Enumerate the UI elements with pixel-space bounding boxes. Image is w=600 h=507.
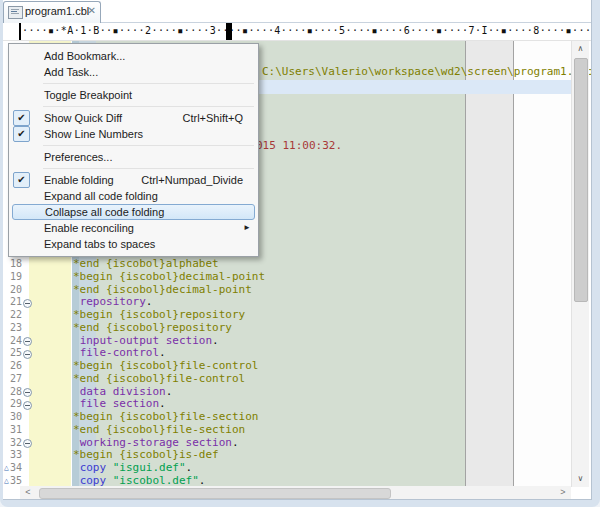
menu-item-label: Add Task...: [44, 66, 98, 78]
menu-item-label: Toggle Breakpoint: [44, 89, 132, 101]
menu-item-label: Preferences...: [44, 151, 112, 163]
line-number: 24: [3, 335, 22, 348]
menu-separator: [43, 145, 254, 146]
menu-item-expand-all-code-folding[interactable]: Expand all code folding: [10, 188, 257, 204]
menu-item-label: Show Quick Diff: [44, 112, 122, 124]
menu-item-collapse-all-code-folding[interactable]: Collapse all code folding: [12, 204, 255, 220]
line-number: 22: [3, 309, 22, 322]
line-number: 30: [3, 411, 22, 424]
menu-separator: [43, 83, 254, 84]
column-ruler: ····▪·*A·1·B··▪····2····▪····3····▪····4…: [3, 23, 591, 41]
menu-item-add-task[interactable]: Add Task...: [10, 64, 257, 80]
submenu-arrow-icon: ►: [243, 220, 251, 236]
fold-collapse-icon[interactable]: [23, 439, 32, 448]
editor-view-frame: program1.cbl ✕ ····▪·*A·1·B··▪····2····▪…: [0, 0, 600, 507]
line-number: 19: [3, 271, 22, 284]
menu-item-label: Expand tabs to spaces: [44, 238, 155, 250]
menu-item-add-bookmark[interactable]: Add Bookmark...: [10, 48, 257, 64]
line-number: 23: [3, 322, 22, 335]
line-number: 29: [3, 398, 22, 411]
vertical-scrollbar-thumb[interactable]: [574, 58, 588, 302]
fold-collapse-icon[interactable]: [23, 337, 32, 346]
comment-timestamp-text: 015 11:00:32.: [256, 139, 342, 152]
editor-part: program1.cbl ✕ ····▪·*A·1·B··▪····2····▪…: [3, 0, 592, 500]
ruler-scale: ····▪·*A·1·B··▪····2····▪····3····▪····4…: [22, 25, 591, 36]
menu-item-toggle-breakpoint[interactable]: Toggle Breakpoint: [10, 87, 257, 103]
line-number: 27: [3, 373, 22, 386]
line-number: 25: [3, 347, 22, 360]
fold-collapse-icon[interactable]: [23, 388, 32, 397]
menu-item-label: Show Line Numbers: [44, 128, 143, 140]
code-line-35: △35 copy "iscobol.def".: [3, 475, 571, 486]
menu-shortcut: Ctrl+Shift+Q: [182, 110, 243, 126]
line-number: 20: [3, 284, 22, 297]
fold-collapse-icon[interactable]: [23, 350, 32, 359]
horizontal-scrollbar[interactable]: < >: [20, 486, 571, 499]
line-number: 21: [3, 296, 22, 309]
menu-item-label: Add Bookmark...: [44, 50, 125, 62]
menu-item-show-line-numbers[interactable]: ✔Show Line Numbers: [10, 126, 257, 142]
line-number: 31: [3, 424, 22, 437]
ruler-left-edge: [19, 23, 21, 40]
menu-item-preferences[interactable]: Preferences...: [10, 149, 257, 165]
vertical-scrollbar[interactable]: ∧ ∨: [571, 41, 589, 487]
scroll-left-icon[interactable]: <: [22, 486, 34, 499]
tab-program1-cbl[interactable]: program1.cbl ✕: [3, 1, 101, 23]
menu-item-show-quick-diff[interactable]: ✔Show Quick DiffCtrl+Shift+Q: [10, 110, 257, 126]
menu-item-label: Enable folding: [44, 174, 114, 186]
menu-item-label: Collapse all code folding: [45, 206, 164, 218]
fold-collapse-icon[interactable]: [23, 401, 32, 410]
line-number: 28: [3, 386, 22, 399]
line-number: 18: [3, 258, 22, 271]
fold-collapse-icon[interactable]: [23, 299, 32, 308]
menu-item-label: Expand all code folding: [44, 190, 158, 202]
line-number: 33: [3, 449, 22, 462]
menu-shortcut: Ctrl+Numpad_Divide: [141, 172, 243, 188]
menu-item-label: Enable reconciling: [44, 222, 134, 234]
menu-separator: [43, 168, 254, 169]
menu-item-enable-folding[interactable]: ✔Enable foldingCtrl+Numpad_Divide: [10, 172, 257, 188]
tab-title: program1.cbl: [25, 5, 89, 17]
line-number: 26: [3, 360, 22, 373]
scroll-up-icon[interactable]: ∧: [572, 42, 589, 56]
context-menu: Add Bookmark...Add Task...Toggle Breakpo…: [8, 43, 259, 257]
checkmark-icon: ✔: [13, 110, 30, 126]
ruler-caret-marker: [226, 23, 232, 40]
tab-bar: program1.cbl ✕: [3, 0, 591, 23]
code-text: copy "iscobol.def".: [73, 475, 205, 486]
comment-path-text: C:\Users\Valerio\workspace\wd2\screen\pr…: [262, 65, 591, 78]
menu-item-expand-tabs-to-spaces[interactable]: Expand tabs to spaces: [10, 236, 257, 252]
scroll-down-icon[interactable]: ∨: [572, 472, 589, 486]
checkmark-icon: ✔: [13, 126, 30, 142]
tab-close-icon[interactable]: ✕: [88, 5, 96, 16]
horizontal-scrollbar-thumb[interactable]: [39, 488, 391, 499]
menu-item-enable-reconciling[interactable]: Enable reconciling►: [10, 220, 257, 236]
checkmark-icon: ✔: [13, 172, 30, 188]
line-number: 35: [3, 475, 22, 486]
code-rows: 18*end {iscobol}alphabet19*begin {iscobo…: [3, 258, 571, 486]
line-number: 34: [3, 462, 22, 475]
scroll-right-icon[interactable]: >: [557, 486, 569, 499]
menu-separator: [43, 106, 254, 107]
line-number: 32: [3, 437, 22, 450]
cbl-file-icon: [8, 6, 23, 19]
